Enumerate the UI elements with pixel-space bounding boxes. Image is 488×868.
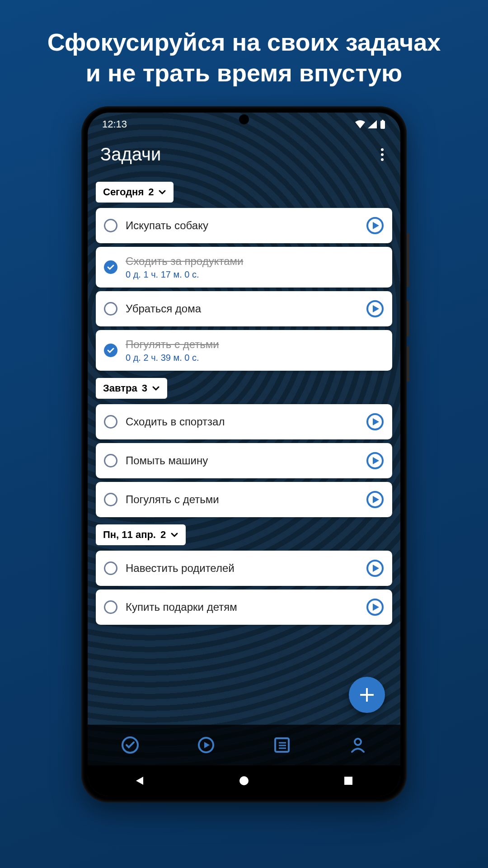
- section-label: Пн, 11 апр.: [103, 529, 156, 541]
- task-body: Сходить за продуктами0 д. 1 ч. 17 м. 0 с…: [117, 255, 384, 280]
- plus-icon: [359, 687, 375, 703]
- task-body: Помыть машину: [117, 454, 366, 467]
- square-recents-icon: [343, 776, 353, 786]
- task-card[interactable]: Сходить в спортзал: [96, 404, 392, 439]
- svg-point-16: [239, 776, 249, 785]
- section-chip[interactable]: Пн, 11 апр. 2: [96, 524, 186, 545]
- svg-rect-0: [380, 121, 385, 129]
- promo-line-1: Сфокусируйся на своих задачах: [47, 28, 441, 56]
- app-header: Задачи: [88, 136, 400, 178]
- task-checkbox[interactable]: [104, 561, 117, 575]
- list-icon: [273, 736, 291, 754]
- task-body: Убраться дома: [117, 302, 366, 315]
- section-count: 2: [160, 529, 166, 541]
- task-list-content: Сегодня 2 Искупать собакуСходить за прод…: [88, 178, 400, 725]
- phone-side-button: [407, 301, 409, 337]
- nav-tasks[interactable]: [119, 734, 141, 756]
- nav-timer[interactable]: [195, 734, 217, 756]
- system-nav-bar: [88, 765, 400, 796]
- task-title: Искупать собаку: [126, 219, 358, 232]
- task-play-button[interactable]: [366, 300, 384, 318]
- section-count: 2: [148, 186, 154, 198]
- task-title: Помыть машину: [126, 454, 358, 467]
- task-title: Погулять с детьми: [126, 493, 358, 506]
- battery-icon: [380, 120, 386, 129]
- task-checkbox[interactable]: [104, 260, 117, 274]
- system-recents-button[interactable]: [335, 774, 362, 788]
- bottom-nav: [88, 725, 400, 765]
- svg-rect-17: [344, 777, 352, 785]
- task-card[interactable]: Погулять с детьми: [96, 482, 392, 517]
- section-chip[interactable]: Сегодня 2: [96, 182, 174, 203]
- page-title: Задачи: [100, 144, 161, 165]
- task-card[interactable]: Убраться дома: [96, 291, 392, 326]
- more-menu-button[interactable]: [377, 146, 388, 163]
- task-play-button[interactable]: [366, 217, 384, 235]
- person-icon: [349, 736, 366, 754]
- nav-list[interactable]: [271, 734, 293, 756]
- task-play-button[interactable]: [366, 491, 384, 509]
- chevron-down-icon: [170, 531, 178, 539]
- task-checkbox[interactable]: [104, 219, 117, 232]
- play-circle-icon: [197, 736, 215, 754]
- svg-point-15: [355, 739, 361, 745]
- svg-rect-1: [382, 120, 384, 121]
- section-chip[interactable]: Завтра 3: [96, 378, 167, 399]
- promo-line-2: и не трать время впустую: [86, 59, 402, 86]
- add-task-fab[interactable]: [349, 677, 385, 713]
- task-checkbox[interactable]: [104, 454, 117, 467]
- task-duration: 0 д. 2 ч. 39 м. 0 с.: [126, 353, 376, 363]
- section-label: Сегодня: [103, 186, 144, 198]
- task-title: Сходить за продуктами: [126, 255, 376, 268]
- task-body: Погулять с детьми: [117, 493, 366, 506]
- cell-signal-icon: [368, 120, 377, 128]
- wifi-icon: [355, 120, 365, 128]
- status-time: 12:13: [102, 118, 127, 130]
- phone-screen: 12:13 Задачи Сегодня 2 Искупать собакуСх…: [88, 113, 400, 796]
- task-body: Навестить родителей: [117, 562, 366, 575]
- check-circle-icon: [121, 736, 140, 755]
- task-title: Сходить в спортзал: [126, 415, 358, 428]
- section-label: Завтра: [103, 382, 137, 394]
- task-card[interactable]: Сходить за продуктами0 д. 1 ч. 17 м. 0 с…: [96, 247, 392, 288]
- chevron-down-icon: [152, 384, 160, 392]
- task-play-button[interactable]: [366, 559, 384, 577]
- status-icons: [355, 120, 386, 129]
- task-checkbox[interactable]: [104, 493, 117, 506]
- task-duration: 0 д. 1 ч. 17 м. 0 с.: [126, 269, 376, 280]
- task-body: Искупать собаку: [117, 219, 366, 232]
- task-card[interactable]: Погулять с детьми0 д. 2 ч. 39 м. 0 с.: [96, 330, 392, 371]
- circle-home-icon: [239, 775, 249, 786]
- task-card[interactable]: Купить подарки детям: [96, 590, 392, 625]
- phone-frame: 12:13 Задачи Сегодня 2 Искупать собакуСх…: [81, 106, 407, 802]
- chevron-down-icon: [158, 188, 166, 196]
- phone-side-button: [407, 346, 409, 382]
- task-body: Погулять с детьми0 д. 2 ч. 39 м. 0 с.: [117, 338, 384, 363]
- task-body: Купить подарки детям: [117, 601, 366, 613]
- task-play-button[interactable]: [366, 413, 384, 431]
- promo-heading: Сфокусируйся на своих задачах и не трать…: [34, 27, 455, 88]
- task-card[interactable]: Помыть машину: [96, 443, 392, 478]
- phone-side-button: [407, 233, 409, 287]
- nav-profile[interactable]: [347, 734, 369, 756]
- task-play-button[interactable]: [366, 452, 384, 470]
- task-checkbox[interactable]: [104, 344, 117, 357]
- task-checkbox[interactable]: [104, 600, 117, 614]
- task-body: Сходить в спортзал: [117, 415, 366, 428]
- triangle-back-icon: [134, 775, 145, 786]
- task-title: Купить подарки детям: [126, 601, 358, 613]
- system-back-button[interactable]: [126, 774, 153, 788]
- task-checkbox[interactable]: [104, 302, 117, 316]
- task-title: Погулять с детьми: [126, 338, 376, 351]
- section-count: 3: [142, 382, 147, 394]
- task-title: Навестить родителей: [126, 562, 358, 575]
- task-checkbox[interactable]: [104, 415, 117, 429]
- system-home-button[interactable]: [230, 774, 258, 788]
- task-title: Убраться дома: [126, 302, 358, 315]
- task-card[interactable]: Навестить родителей: [96, 551, 392, 586]
- task-play-button[interactable]: [366, 598, 384, 616]
- task-card[interactable]: Искупать собаку: [96, 208, 392, 243]
- camera-notch: [239, 114, 249, 124]
